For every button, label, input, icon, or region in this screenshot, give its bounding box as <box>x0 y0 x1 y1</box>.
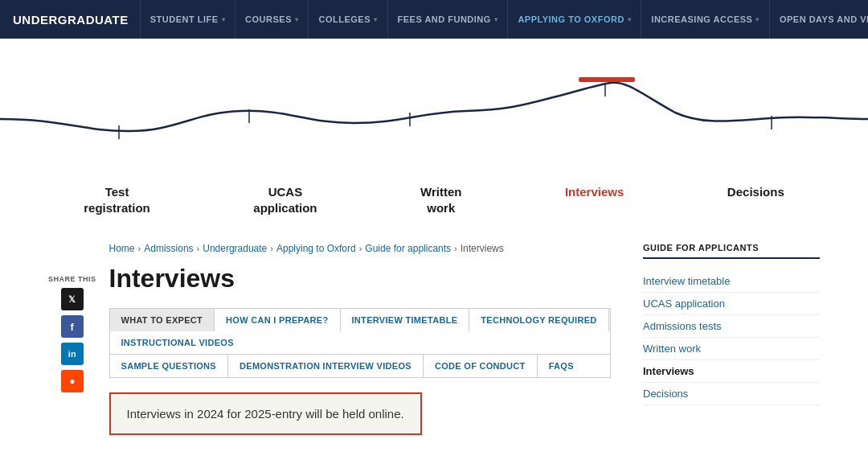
breadcrumb-admissions[interactable]: Admissions <box>144 243 193 254</box>
tab-code-of-conduct[interactable]: CODE OF CONDUCT <box>424 355 538 377</box>
tab-sample-questions[interactable]: SAMPLE QUESTIONS <box>110 355 228 377</box>
chevron-down-icon: ▾ <box>494 16 498 23</box>
tab-faqs[interactable]: FAQS <box>538 355 585 377</box>
share-reddit-button[interactable]: ● <box>61 370 84 392</box>
timeline-svg <box>0 55 868 183</box>
timeline-step-decisions[interactable]: Decisions <box>727 184 784 216</box>
breadcrumb: Home › Admissions › Undergraduate › Appl… <box>109 243 611 254</box>
sidebar-link-interview-timetable[interactable]: Interview timetable <box>643 270 820 293</box>
chevron-down-icon: ▾ <box>628 16 632 23</box>
chevron-down-icon: ▾ <box>374 16 378 23</box>
nav-item-student-life[interactable]: STUDENT LIFE ▾ <box>141 0 235 39</box>
share-facebook-button[interactable]: f <box>61 315 84 338</box>
tabs-row1: WHAT TO EXPECT HOW CAN I PREPARE? INTERV… <box>109 308 611 355</box>
sidebar-title: GUIDE FOR APPLICANTS <box>643 243 820 259</box>
nav-brand[interactable]: UNDERGRADUATE <box>10 0 141 39</box>
chevron-down-icon: ▾ <box>295 16 299 23</box>
main-nav: UNDERGRADUATE STUDENT LIFE ▾COURSES ▾COL… <box>0 0 868 39</box>
sidebar-link-written-work[interactable]: Written work <box>643 338 820 360</box>
share-label: SHARE THIS <box>48 275 96 283</box>
nav-item-fees-and-funding[interactable]: FEES AND FUNDING ▾ <box>388 0 509 39</box>
right-sidebar: GUIDE FOR APPLICANTS Interview timetable… <box>643 243 820 435</box>
sidebar-link-admissions-tests[interactable]: Admissions tests <box>643 315 820 338</box>
breadcrumb-undergraduate[interactable]: Undergraduate <box>203 243 267 254</box>
nav-item-colleges[interactable]: COLLEGES ▾ <box>309 0 387 39</box>
sidebar-link-decisions[interactable]: Decisions <box>643 383 820 405</box>
content-box: Interviews in 2024 for 2025-entry will b… <box>109 392 422 435</box>
timeline-step-ucas[interactable]: UCASapplication <box>253 184 317 216</box>
share-area: SHARE THIS 𝕏 f in ● <box>48 275 96 435</box>
left-with-share: SHARE THIS 𝕏 f in ● Home › Admissions › … <box>48 243 611 435</box>
chevron-down-icon: ▾ <box>755 16 760 23</box>
sidebar-link-interviews[interactable]: Interviews <box>643 360 820 383</box>
nav-item-increasing-access[interactable]: INCREASING ACCESS ▾ <box>641 0 770 39</box>
sidebar-link-ucas[interactable]: UCAS application <box>643 293 820 315</box>
page-title: Interviews <box>109 264 611 294</box>
tabs-row2: SAMPLE QUESTIONS DEMONSTRATION INTERVIEW… <box>109 355 611 378</box>
tab-demonstration-videos[interactable]: DEMONSTRATION INTERVIEW VIDEOS <box>228 355 424 377</box>
tab-what-to-expect[interactable]: WHAT TO EXPECT <box>110 309 215 331</box>
tab-instructional-videos[interactable]: INSTRUCTIONAL VIDEOS <box>110 331 245 354</box>
timeline-step-test[interactable]: Testregistration <box>84 184 150 216</box>
breadcrumb-guide[interactable]: Guide for applicants <box>365 243 451 254</box>
breadcrumb-home[interactable]: Home <box>109 243 135 254</box>
timeline-step-written[interactable]: Writtenwork <box>420 184 461 216</box>
nav-item-courses[interactable]: COURSES ▾ <box>235 0 309 39</box>
tab-interview-timetable[interactable]: INTERVIEW TIMETABLE <box>341 309 470 331</box>
breadcrumb-current: Interviews <box>461 243 504 254</box>
timeline-section: Testregistration UCASapplication Written… <box>0 39 868 224</box>
tab-how-prepare[interactable]: HOW CAN I PREPARE? <box>215 309 340 331</box>
nav-item-applying-to-oxford[interactable]: APPLYING TO OXFORD ▾ <box>508 0 641 39</box>
breadcrumb-applying[interactable]: Applying to Oxford <box>276 243 356 254</box>
nav-item-open-days-and-visits[interactable]: OPEN DAYS AND VISITS ▾ <box>770 0 868 39</box>
share-linkedin-button[interactable]: in <box>61 343 84 365</box>
svg-rect-0 <box>579 77 635 82</box>
timeline-step-interviews[interactable]: Interviews <box>565 184 624 216</box>
chevron-down-icon: ▾ <box>222 16 226 23</box>
nav-items: STUDENT LIFE ▾COURSES ▾COLLEGES ▾FEES AN… <box>141 0 868 39</box>
share-twitter-button[interactable]: 𝕏 <box>61 288 84 310</box>
content-box-text: Interviews in 2024 for 2025-entry will b… <box>127 407 404 421</box>
left-col: Home › Admissions › Undergraduate › Appl… <box>109 243 611 435</box>
tab-technology-required[interactable]: TECHNOLOGY REQUIRED <box>469 309 608 331</box>
main-area: SHARE THIS 𝕏 f in ● Home › Admissions › … <box>0 224 868 451</box>
